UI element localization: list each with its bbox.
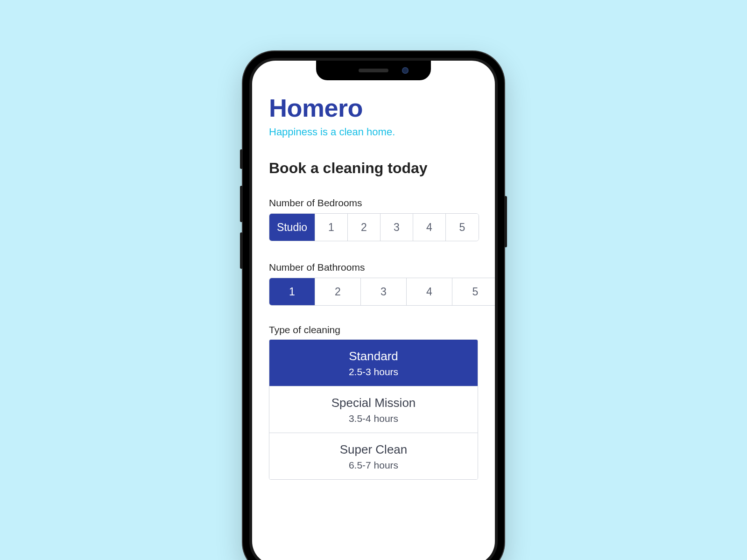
- phone-side-button: [240, 149, 243, 169]
- bedrooms-option-4[interactable]: 4: [413, 214, 446, 241]
- bathrooms-option-3[interactable]: 3: [361, 278, 407, 305]
- bedrooms-option-3[interactable]: 3: [381, 214, 413, 241]
- bathrooms-option-1[interactable]: 1: [269, 278, 315, 305]
- bathrooms-option-4[interactable]: 4: [407, 278, 452, 305]
- cleaning-type-name: Standard: [275, 349, 472, 364]
- bedrooms-option-2[interactable]: 2: [348, 214, 381, 241]
- phone-inner-rim: Homero Happiness is a clean home. Book a…: [249, 58, 498, 560]
- speaker-icon: [359, 69, 388, 72]
- phone-device-frame: Homero Happiness is a clean home. Book a…: [243, 51, 504, 560]
- bedrooms-label: Number of Bedrooms: [269, 197, 478, 209]
- cleaning-type-name: Special Mission: [275, 396, 472, 410]
- cleaning-type-super-clean[interactable]: Super Clean 6.5-7 hours: [269, 433, 478, 479]
- bedrooms-option-1[interactable]: 1: [315, 214, 348, 241]
- phone-power-button: [504, 196, 507, 247]
- phone-notch: [316, 61, 431, 80]
- bathrooms-option-2[interactable]: 2: [315, 278, 361, 305]
- cleaning-type-list: Standard 2.5-3 hours Special Mission 3.5…: [269, 339, 478, 480]
- camera-icon: [402, 67, 409, 74]
- phone-volume-up-button: [240, 186, 243, 222]
- bathrooms-option-row: 1 2 3 4 5: [269, 278, 495, 306]
- bathrooms-option-5[interactable]: 5: [452, 278, 495, 305]
- bedrooms-option-studio[interactable]: Studio: [269, 214, 315, 241]
- cleaning-type-standard[interactable]: Standard 2.5-3 hours: [269, 340, 478, 386]
- cleaning-type-duration: 2.5-3 hours: [275, 366, 472, 378]
- brand-title: Homero: [269, 93, 478, 122]
- app-content: Homero Happiness is a clean home. Book a…: [252, 61, 495, 480]
- cleaning-type-duration: 3.5-4 hours: [275, 413, 472, 424]
- bedrooms-option-row: Studio 1 2 3 4 5: [269, 213, 479, 241]
- brand-tagline: Happiness is a clean home.: [269, 126, 478, 138]
- phone-screen: Homero Happiness is a clean home. Book a…: [252, 61, 495, 560]
- cleaning-type-special-mission[interactable]: Special Mission 3.5-4 hours: [269, 386, 478, 433]
- bedrooms-option-5[interactable]: 5: [446, 214, 479, 241]
- cleaning-type-name: Super Clean: [275, 442, 472, 457]
- phone-volume-down-button: [240, 232, 243, 269]
- booking-heading: Book a cleaning today: [269, 160, 478, 177]
- bathrooms-label: Number of Bathrooms: [269, 262, 478, 273]
- cleaning-type-label: Type of cleaning: [269, 324, 478, 336]
- cleaning-type-duration: 6.5-7 hours: [275, 460, 472, 471]
